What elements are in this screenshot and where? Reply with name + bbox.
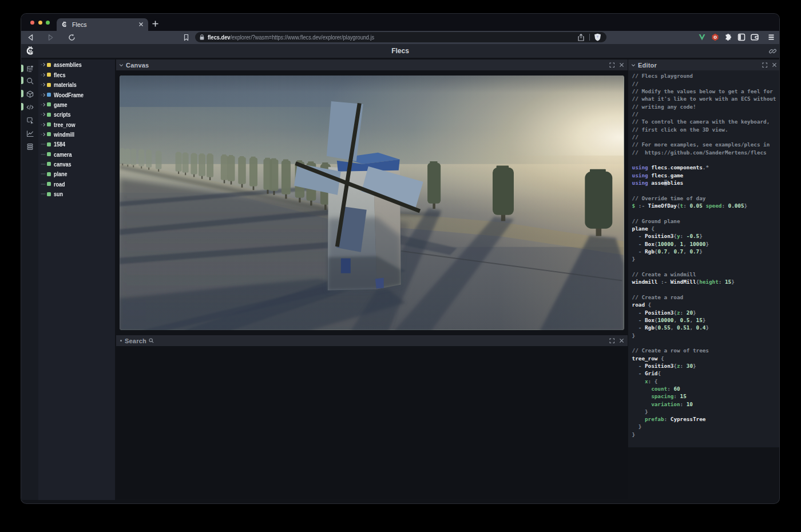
entity-square-icon <box>47 93 51 97</box>
fullscreen-icon[interactable] <box>762 62 768 68</box>
url-host: flecs.dev <box>208 34 230 41</box>
entity-tree-panel: assembliesflecsmaterialsWoodFramegamescr… <box>38 59 115 500</box>
leaf-dash-icon <box>41 172 46 176</box>
tree-item-label: 1584 <box>54 141 65 148</box>
hexagon-extension-icon[interactable] <box>711 33 719 41</box>
tree-item-flecs[interactable]: flecs <box>38 70 115 80</box>
expand-chevron-icon[interactable] <box>41 102 46 107</box>
reload-button[interactable] <box>68 34 76 41</box>
editor-panel-title: Editor <box>638 62 657 69</box>
address-bar[interactable]: flecs.dev/explorer/?wasm=https://www.fle… <box>195 32 606 42</box>
tree-item-plane[interactable]: plane <box>38 169 115 179</box>
minimize-window-button[interactable] <box>38 21 42 25</box>
zoom-window-button[interactable] <box>46 21 50 25</box>
brave-shields-icon[interactable] <box>594 33 601 41</box>
close-icon[interactable] <box>772 62 777 68</box>
expand-chevron-icon[interactable] <box>41 122 46 127</box>
sidebar-stats-icon[interactable] <box>26 129 34 137</box>
tree-item-1584[interactable]: 1584 <box>38 140 115 149</box>
tree-item-label: game <box>54 101 68 108</box>
entity-square-icon <box>47 132 51 136</box>
tree-item-tree_row[interactable]: tree_row <box>38 120 115 129</box>
app-header: Flecs <box>21 44 779 58</box>
tree-item-camera[interactable]: camera <box>38 149 115 159</box>
tree-item-label: assemblies <box>54 61 82 68</box>
tab-title: Flecs <box>72 21 87 28</box>
expand-chevron-icon[interactable] <box>41 93 46 97</box>
entity-square-icon <box>47 63 51 67</box>
expand-chevron-icon[interactable] <box>41 82 46 87</box>
search-icon <box>149 338 154 343</box>
sidebar-inspector-icon[interactable] <box>26 116 34 124</box>
entity-square-icon <box>47 152 51 156</box>
back-button[interactable] <box>27 34 34 41</box>
forward-button[interactable] <box>47 34 54 41</box>
search-panel-body[interactable] <box>116 346 628 499</box>
permalink-icon[interactable] <box>769 47 776 55</box>
new-tab-button[interactable] <box>152 20 159 27</box>
tree-item-game[interactable]: game <box>38 100 115 109</box>
chevron-down-icon[interactable] <box>119 63 124 68</box>
tree-item-WoodFrame[interactable]: WoodFrame <box>38 90 115 100</box>
tree-item-sun[interactable]: sun <box>38 189 115 198</box>
tree-item-canvas[interactable]: canvas <box>38 159 115 169</box>
tree-item-scripts[interactable]: scripts <box>38 110 115 120</box>
tree-item-label: road <box>54 181 65 188</box>
close-window-button[interactable] <box>30 21 34 25</box>
active-panel-pill <box>21 65 23 72</box>
leaf-dash-icon <box>41 192 46 196</box>
sidebar-tree-icon[interactable] <box>26 65 34 72</box>
tree-item-materials[interactable]: materials <box>38 80 115 90</box>
entity-square-icon <box>47 113 51 117</box>
expand-chevron-icon[interactable] <box>41 112 46 117</box>
expand-chevron-icon[interactable] <box>41 73 46 77</box>
code-editor[interactable]: // Flecs playground//// Modify the value… <box>628 70 780 447</box>
sidebar-tables-icon[interactable] <box>26 142 34 150</box>
lock-icon <box>200 34 204 40</box>
collapsed-bullet-icon[interactable] <box>120 340 122 342</box>
expand-chevron-icon[interactable] <box>41 132 46 137</box>
extension-icons <box>698 31 779 44</box>
sidebar-canvas-icon[interactable] <box>26 90 34 97</box>
url-text: flecs.dev/explorer/?wasm=https://www.fle… <box>208 34 374 41</box>
tree-item-label: canvas <box>54 161 72 168</box>
entity-square-icon <box>47 142 51 146</box>
entity-square-icon <box>47 162 51 166</box>
side-panel-icon[interactable] <box>737 33 746 41</box>
browser-tab[interactable]: Flecs <box>57 18 148 31</box>
share-icon[interactable] <box>578 34 584 41</box>
leaf-dash-icon <box>41 182 46 186</box>
leaf-dash-icon <box>41 162 46 166</box>
fullscreen-icon[interactable] <box>609 62 615 68</box>
browser-window: Flecs flecs.dev/explorer/?w <box>21 13 780 504</box>
close-icon[interactable] <box>619 62 624 68</box>
extensions-puzzle-icon[interactable] <box>724 33 732 41</box>
close-icon[interactable] <box>619 338 624 343</box>
tree-item-road[interactable]: road <box>38 179 115 189</box>
chevron-down-icon[interactable] <box>631 63 636 68</box>
entity-square-icon <box>47 102 51 106</box>
canvas-3d-view[interactable] <box>120 76 624 330</box>
sidebar-search-icon[interactable] <box>26 77 34 84</box>
entity-square-icon <box>47 182 51 186</box>
expand-chevron-icon[interactable] <box>41 62 46 67</box>
tree-item-label: camera <box>54 151 72 158</box>
tree-item-windmill[interactable]: windmill <box>38 129 115 139</box>
bookmark-icon[interactable] <box>183 34 190 41</box>
fullscreen-icon[interactable] <box>609 338 615 344</box>
tab-close-icon[interactable] <box>138 22 144 27</box>
tab-favicon-flecs-icon <box>61 21 68 27</box>
windmill-scene <box>120 76 624 330</box>
vue-extension-icon[interactable] <box>698 33 706 41</box>
entity-square-icon <box>47 73 51 77</box>
urlbar-separator <box>589 34 590 41</box>
search-panel-header: Search <box>116 335 628 346</box>
wallet-icon[interactable] <box>751 33 759 41</box>
sidebar-editor-icon[interactable] <box>26 103 34 110</box>
browser-menu-icon[interactable] <box>767 33 775 41</box>
tree-item-label: flecs <box>54 72 66 78</box>
active-panel-pill <box>21 90 23 97</box>
tree-item-label: tree_row <box>54 121 76 128</box>
tree-item-label: plane <box>54 170 68 177</box>
tree-item-assemblies[interactable]: assemblies <box>38 60 115 70</box>
